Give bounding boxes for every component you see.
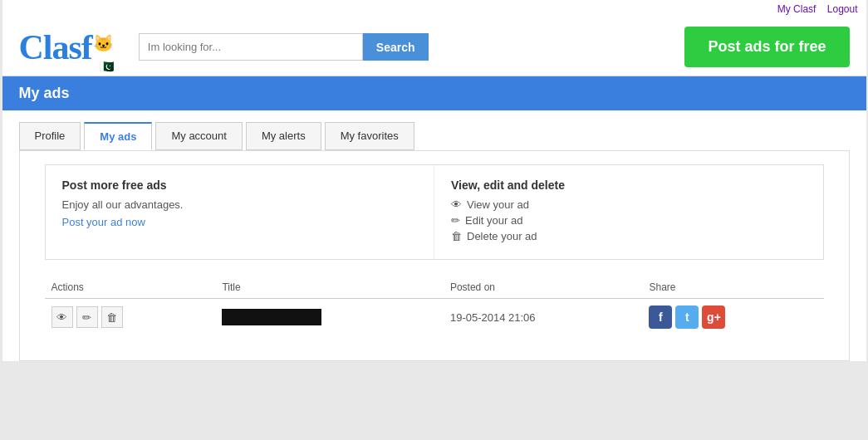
tab-my-favorites[interactable]: My favorites [325,122,414,150]
row-date: 19-05-2014 21:06 [444,299,643,336]
my-clasf-link[interactable]: My Clasf [777,3,817,15]
twitter-share-button[interactable]: t [675,306,699,329]
cat-icon: 🐱 [93,33,114,53]
info-left: Post more free ads Enjoy all our advanta… [46,165,435,259]
delete-button[interactable]: 🗑 [101,306,123,328]
logo: Clasf 🐱 🇵🇰 [19,27,114,67]
tab-my-ads[interactable]: My ads [84,122,152,150]
facebook-share-button[interactable]: f [649,306,672,329]
google-share-button[interactable]: g+ [702,306,725,329]
search-input[interactable] [139,33,363,61]
tab-my-account[interactable]: My account [155,122,242,150]
ads-table: Actions Title Posted on Share 👁 ✏ 🗑 [45,276,824,335]
view-ad-label: View your ad [467,198,529,211]
view-ad-item: 👁 View your ad [451,198,807,211]
view-button[interactable]: 👁 [51,306,73,328]
col-share: Share [642,276,823,299]
tabs-container: Profile My ads My account My alerts My f… [2,110,866,150]
title-bar [222,309,321,325]
main-content: Post more free ads Enjoy all our advanta… [19,150,850,361]
logout-link[interactable]: Logout [827,3,858,15]
pencil-icon: ✏ [451,214,460,227]
section-header: My ads [2,76,866,110]
row-title [215,299,444,336]
col-actions: Actions [45,276,216,299]
search-button[interactable]: Search [363,33,429,61]
tab-profile[interactable]: Profile [19,122,81,150]
logo-text: Clas [19,27,81,67]
delete-ad-label: Delete your ad [467,230,537,242]
row-actions: 👁 ✏ 🗑 [45,299,216,336]
info-box: Post more free ads Enjoy all our advanta… [45,164,824,260]
eye-icon: 👁 [451,198,462,211]
flag-icon: 🇵🇰 [100,60,114,74]
edit-ad-label: Edit your ad [465,214,522,227]
info-left-desc: Enjoy all our advantages. [62,198,418,211]
info-right-title: View, edit and delete [451,178,807,192]
post-ads-button[interactable]: Post ads for free [684,27,849,67]
share-buttons: f t g+ [649,306,817,329]
delete-ad-item: 🗑 Delete your ad [451,230,807,242]
tab-my-alerts[interactable]: My alerts [246,122,321,150]
edit-button[interactable]: ✏ [76,306,98,328]
trash-icon: 🗑 [451,230,462,242]
search-area: Search [139,33,471,61]
row-share: f t g+ [642,299,823,336]
post-ad-now-link[interactable]: Post your ad now [62,216,145,228]
col-posted-on: Posted on [444,276,643,299]
edit-ad-item: ✏ Edit your ad [451,214,807,227]
top-bar: My Clasf Logout [2,0,866,18]
col-title: Title [215,276,444,299]
table-row: 👁 ✏ 🗑 19-05-2014 21:06 f t g+ [45,299,824,336]
header: Clasf 🐱 🇵🇰 Search Post ads for free [2,18,866,76]
action-buttons: 👁 ✏ 🗑 [51,306,209,328]
info-right: View, edit and delete 👁 View your ad ✏ E… [434,165,823,259]
info-left-title: Post more free ads [62,178,418,192]
